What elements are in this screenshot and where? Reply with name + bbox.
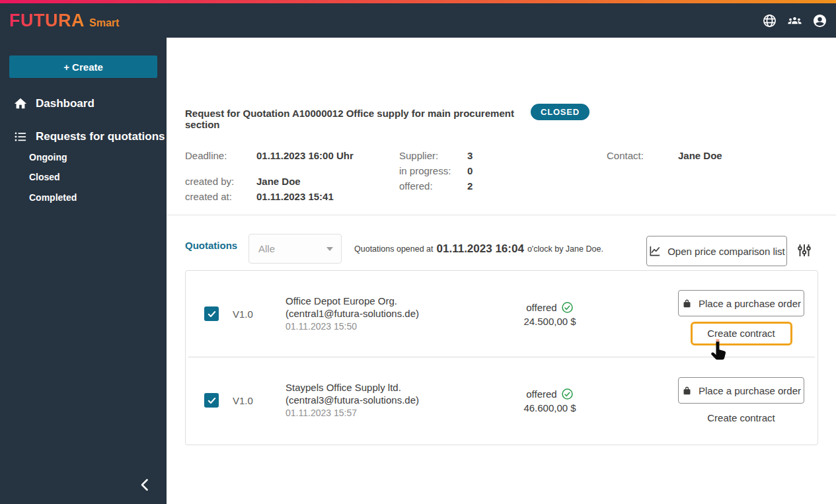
check-icon xyxy=(207,309,217,319)
quotation-version: V1.0 xyxy=(233,395,285,406)
sidebar-item-ongoing[interactable]: Ongoing xyxy=(29,151,67,164)
supplier-info: Office Depot Europe Org. (central1@futur… xyxy=(285,295,510,334)
status-text: offered xyxy=(526,302,556,313)
supplier-count-value: 3 xyxy=(467,150,473,161)
deadline-label: Deadline: xyxy=(185,150,227,161)
quotations-filter-select[interactable]: Alle xyxy=(248,234,342,264)
quotation-checkbox[interactable] xyxy=(204,393,219,408)
price-comparison-label: Open price comparison list xyxy=(667,246,785,257)
section-divider xyxy=(167,215,836,215)
sidebar: + Create Dashboard Requests for quotatio… xyxy=(0,38,167,504)
created-at-value: 01.11.2023 15:41 xyxy=(256,191,334,202)
logo-text: FUTURA xyxy=(9,11,85,31)
quotation-amount: 24.500,00 $ xyxy=(523,316,576,327)
quotation-row: V1.0 Office Depot Europe Org. (central1@… xyxy=(186,271,817,357)
contact-value: Jane Doe xyxy=(678,150,722,161)
filter-selected-value: Alle xyxy=(258,243,326,254)
chevron-left-icon xyxy=(137,476,153,494)
bag-icon xyxy=(681,385,693,396)
quotation-datetime: 01.11.2023 15:50 xyxy=(285,320,510,334)
app-window: FUTURA Smart xyxy=(0,0,836,504)
create-contract-link[interactable]: Create contract xyxy=(707,412,775,423)
quotation-version: V1.0 xyxy=(233,308,285,320)
opened-note-suffix: o'clock by Jane Doe. xyxy=(527,244,603,254)
sidebar-item-label: Requests for quotations xyxy=(36,130,165,143)
chart-icon xyxy=(648,244,662,258)
sidebar-item-completed[interactable]: Completed xyxy=(29,191,77,204)
globe-icon xyxy=(762,13,777,28)
list-icon xyxy=(13,129,28,144)
sidebar-item-requests-for-quotations[interactable]: Requests for quotations xyxy=(0,127,165,146)
contact-label: Contact: xyxy=(607,150,644,161)
suppliers-button[interactable] xyxy=(786,12,803,29)
users-icon xyxy=(787,13,802,28)
top-bar: FUTURA Smart xyxy=(0,3,836,38)
supplier-email: (central3@futura-solutions.de) xyxy=(285,394,510,407)
page-title: Request for Quotation A10000012 Office s… xyxy=(185,108,522,130)
supplier-name: Office Depot Europe Org. xyxy=(285,295,510,308)
create-button[interactable]: + Create xyxy=(9,55,157,78)
offered-count-label: offered: xyxy=(399,180,433,192)
logo-suffix: Smart xyxy=(89,17,119,29)
created-by-value: Jane Doe xyxy=(256,176,301,187)
place-purchase-order-button[interactable]: Place a purchase order xyxy=(678,290,804,316)
open-price-comparison-button[interactable]: Open price comparison list xyxy=(646,236,787,266)
created-by-label: created by: xyxy=(185,176,234,187)
opened-note-prefix: Quotations opened at xyxy=(354,244,434,254)
quotations-section-label: Quotations xyxy=(185,240,237,251)
account-button[interactable] xyxy=(811,12,828,29)
in-progress-label: in progress: xyxy=(399,165,451,176)
quotation-row: V1.0 Staypels Office Supply ltd. (centra… xyxy=(186,357,817,443)
check-circle-icon xyxy=(561,388,574,400)
main-content: Request for Quotation A10000012 Office s… xyxy=(167,38,836,504)
topbar-icons xyxy=(761,12,828,29)
sidebar-item-label: Dashboard xyxy=(36,97,95,110)
sidebar-collapse-button[interactable] xyxy=(135,475,155,496)
chevron-down-icon xyxy=(326,247,333,251)
sidebar-item-closed[interactable]: Closed xyxy=(29,170,60,184)
quotation-actions: Place a purchase order Create contract xyxy=(678,377,804,423)
created-at-label: created at: xyxy=(185,191,232,202)
offered-count-value: 2 xyxy=(467,180,473,192)
quotation-actions: Place a purchase order Create contract xyxy=(678,290,804,345)
bag-icon xyxy=(681,298,693,309)
opened-note-datetime: 01.11.2023 16:04 xyxy=(437,242,524,256)
create-contract-link[interactable]: Create contract xyxy=(707,328,775,339)
check-circle-icon xyxy=(561,301,574,314)
quotation-datetime: 01.11.2023 15:57 xyxy=(285,407,510,420)
quotations-list: V1.0 Office Depot Europe Org. (central1@… xyxy=(185,270,818,445)
deadline-value: 01.11.2023 16:00 Uhr xyxy=(256,150,354,161)
supplier-email: (central1@futura-solutions.de) xyxy=(285,307,510,320)
quotation-status: offered 46.600,00 $ xyxy=(510,388,589,414)
sidebar-item-dashboard[interactable]: Dashboard xyxy=(0,94,95,113)
in-progress-value: 0 xyxy=(467,165,473,176)
supplier-name: Staypels Office Supply ltd. xyxy=(285,381,510,394)
status-badge: CLOSED xyxy=(531,104,589,120)
purchase-order-label: Place a purchase order xyxy=(699,298,801,309)
status-text: offered xyxy=(526,388,556,400)
check-icon xyxy=(207,396,217,406)
tune-icon xyxy=(796,242,812,258)
quotation-amount: 46.600,00 $ xyxy=(523,402,576,414)
filter-settings-button[interactable] xyxy=(794,241,814,261)
purchase-order-label: Place a purchase order xyxy=(699,385,801,396)
account-icon xyxy=(812,13,827,28)
quotation-status: offered 24.500,00 $ xyxy=(510,301,589,327)
app-logo[interactable]: FUTURA Smart xyxy=(9,11,119,31)
create-contract-highlight: Create contract xyxy=(691,322,792,345)
quotations-opened-note: Quotations opened at 01.11.2023 16:04 o'… xyxy=(354,236,603,262)
quotation-checkbox[interactable] xyxy=(204,306,219,321)
place-purchase-order-button[interactable]: Place a purchase order xyxy=(678,377,804,404)
language-button[interactable] xyxy=(761,12,778,29)
home-icon xyxy=(13,96,28,111)
supplier-info: Staypels Office Supply ltd. (central3@fu… xyxy=(285,381,510,420)
supplier-count-label: Supplier: xyxy=(399,150,438,161)
